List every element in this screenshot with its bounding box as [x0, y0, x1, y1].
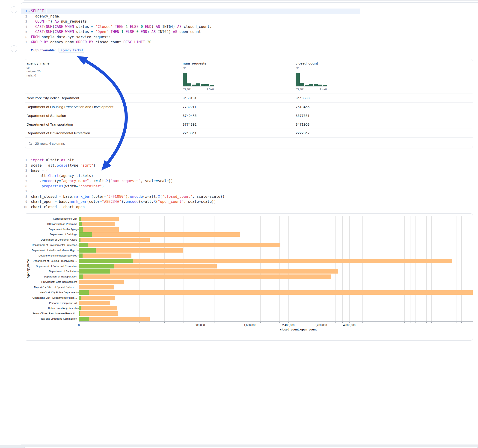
y-axis-label: Department of Housing Preservation …	[25, 260, 77, 262]
gridline	[426, 216, 427, 322]
column-stat: nulls: 0	[26, 74, 183, 78]
code-line: 7GROUP BY agency_name ORDER BY closed_co…	[21, 40, 360, 45]
add-cell-button[interactable]: +	[11, 6, 17, 13]
table-body: New York City Police Department945313194…	[25, 94, 473, 137]
gridline	[457, 216, 457, 322]
gridline	[399, 216, 399, 322]
bar-open_count	[79, 306, 81, 311]
bar-closed_count	[79, 238, 150, 242]
histogram-bar	[192, 85, 196, 86]
code-line: 10chart_closed + chart_open	[21, 204, 360, 210]
bar-closed_count	[79, 306, 117, 311]
bar-closed_count	[79, 274, 331, 279]
gridline	[214, 216, 214, 322]
x-axis-tick	[410, 322, 410, 323]
gridline	[410, 216, 410, 322]
x-axis-tick	[393, 322, 393, 323]
bar-closed_count	[79, 280, 124, 284]
bar-open_count	[79, 217, 81, 221]
fold-spacer	[27, 40, 31, 45]
fold-spacer	[27, 14, 31, 19]
histogram-bar	[183, 73, 187, 86]
code-text: SELECT	[31, 8, 360, 14]
table-header: agency_namestrunique: 20nulls: 0num_requ…	[25, 59, 473, 94]
add-cell-button[interactable]: +	[11, 45, 17, 52]
sql-code-editor[interactable]: 1⌄SELECT 2 agency_name,3 COUNT(*) AS num…	[21, 8, 360, 45]
x-axis-tick	[437, 322, 437, 323]
y-axis-label: Personal Exemption Unit	[25, 302, 77, 305]
x-axis-tick	[305, 322, 305, 323]
x-axis-tick	[200, 322, 200, 323]
column-histogram	[183, 73, 214, 86]
table-row: Department of Environmental Protection22…	[25, 129, 473, 137]
fold-chevron-icon[interactable]: ⌄	[27, 8, 31, 14]
line-number: 3	[21, 168, 27, 173]
gridline	[363, 216, 363, 322]
fold-chevron-icon[interactable]: ⌄	[27, 168, 31, 173]
top-divider	[24, 0, 478, 1]
column-stat: unique: 20	[26, 69, 183, 74]
table-summary: 20 rows, 4 columns	[35, 142, 65, 145]
code-text: scale = alt.Scale(type="sqrt")	[31, 163, 360, 168]
y-axis-line	[79, 216, 79, 322]
output-variable-label: Output variable:	[31, 48, 56, 52]
bar-closed_count	[79, 317, 150, 321]
y-axis-label: Department for the Aging	[25, 228, 77, 231]
output-variable-row: Output variable: agency_tickets	[31, 47, 84, 53]
gridline	[183, 216, 184, 322]
bar-open_count	[79, 243, 88, 247]
x-axis-tick	[421, 322, 421, 323]
x-axis-tick	[79, 322, 79, 323]
y-axis-label: Senior Citizen Rent Increase Exempti…	[25, 312, 77, 315]
table-row: Department of Sanitation37494853677651	[25, 111, 473, 120]
x-axis-label: 4,000,000	[343, 324, 355, 327]
column-histogram	[296, 73, 327, 86]
bar-open_count	[79, 238, 81, 242]
x-axis-tick	[139, 322, 139, 323]
table-cell: 3774892	[183, 122, 296, 126]
bar-closed_count	[79, 290, 473, 295]
gridline	[289, 216, 289, 322]
line-number: 2	[21, 14, 27, 19]
histogram-range: 53,3049.5e6	[183, 88, 214, 91]
plot-area	[79, 216, 473, 322]
code-text: chart_closed = base.mark_bar(color="#FFC…	[31, 194, 360, 199]
gridline	[335, 216, 336, 322]
x-axis-tick	[447, 322, 447, 323]
column-type: str	[26, 66, 183, 69]
output-variable-chip[interactable]: agency_tickets	[59, 48, 84, 53]
code-line: 4 alt.Chart(agency_tickets)	[21, 173, 360, 179]
fold-spacer	[27, 189, 31, 194]
gridline	[471, 216, 471, 322]
results-table: agency_namestrunique: 20nulls: 0num_requ…	[25, 59, 473, 148]
x-axis-tick	[466, 322, 466, 323]
code-text: COUNT(*) AS num_requests,	[31, 19, 360, 24]
python-code-editor[interactable]: 1import altair as alt2scale = alt.Scale(…	[21, 158, 360, 210]
y-axis-label: Correspondence Unit	[25, 217, 77, 220]
bar-closed_count	[79, 227, 119, 232]
code-line: 3⌄base = (	[21, 168, 360, 173]
y-axis-label: Department of Homeless Services	[25, 254, 77, 257]
code-text: CAST(SUM(CASE WHEN status = 'Closed' THE…	[31, 24, 360, 30]
search-icon[interactable]	[29, 142, 32, 145]
x-axis-tick	[457, 322, 457, 323]
gridline	[431, 216, 432, 322]
gridline	[387, 216, 387, 322]
table-cell: 3677651	[296, 114, 473, 118]
gridline	[437, 216, 437, 322]
histogram-max: 9.5e6	[207, 88, 214, 91]
table-cell: New York City Police Department	[25, 96, 183, 100]
x-axis-tick	[297, 322, 297, 323]
code-text: alt.Chart(agency_tickets)	[31, 173, 360, 179]
histogram-max: 9.4e6	[320, 88, 327, 91]
y-axis-label: Refunds and Adjustments	[25, 307, 77, 310]
code-text: .properties(width="container")	[31, 184, 360, 189]
x-axis-tick	[381, 322, 381, 323]
code-line: 6 .properties(width="container")	[21, 184, 360, 189]
y-axis-label: Department of Consumer Affairs	[25, 238, 77, 241]
x-axis-tick	[321, 322, 321, 323]
bar-closed_count	[79, 217, 119, 221]
line-number: 5	[21, 29, 27, 35]
x-axis-tick	[363, 322, 363, 323]
histogram-bar	[210, 85, 214, 86]
